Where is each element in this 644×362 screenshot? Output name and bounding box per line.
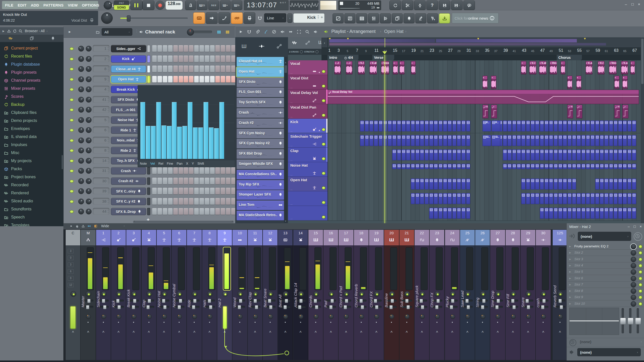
- mini-handle[interactable]: [146, 305, 150, 309]
- audio-clip[interactable]: ▸..l: [334, 61, 341, 74]
- strip-route-arrow[interactable]: ^: [339, 330, 353, 334]
- channel-target-box[interactable]: 31∧ ∨: [93, 167, 109, 174]
- picker-item-sfx-disto[interactable]: SFX Disto: [236, 77, 284, 87]
- delete-tool-icon[interactable]: [272, 30, 276, 34]
- mini-handle[interactable]: [375, 305, 378, 309]
- step-cell[interactable]: [152, 198, 157, 205]
- mixer-strip-C[interactable]: C3036912^: [66, 230, 80, 360]
- strip-route-arrow[interactable]: ^: [111, 330, 126, 334]
- mini-handle[interactable]: [558, 299, 562, 303]
- mini-handle[interactable]: [255, 305, 258, 309]
- step-cell[interactable]: [163, 188, 167, 194]
- pattern-clip[interactable]: [600, 164, 604, 169]
- fx-maximize[interactable]: □: [634, 224, 636, 229]
- pattern-clip[interactable]: [415, 120, 420, 131]
- step-cell[interactable]: [199, 56, 204, 62]
- step-cell[interactable]: [179, 45, 183, 52]
- pattern-clip[interactable]: [526, 120, 530, 131]
- strip-fader[interactable]: [451, 247, 458, 290]
- audio-clip[interactable]: ▸: [622, 76, 627, 89]
- browser-item-plugin-database[interactable]: Plugin database: [0, 61, 63, 68]
- graph-tab-note[interactable]: Note: [140, 162, 147, 165]
- pattern-clip[interactable]: [466, 120, 470, 131]
- browser-item-impulses[interactable]: Impulses: [0, 141, 63, 149]
- pattern-clip[interactable]: [595, 178, 599, 190]
- pattern-clip[interactable]: [411, 135, 415, 146]
- strip-fader[interactable]: [269, 247, 276, 290]
- strip-route-arrow[interactable]: ^: [187, 330, 202, 334]
- audio-clip[interactable]: ▸: [399, 61, 405, 74]
- channel-pan-knob[interactable]: [78, 199, 84, 204]
- automation-clip[interactable]: [576, 105, 582, 118]
- transport-opt-1[interactable]: Ш: [197, 1, 208, 10]
- mini-handle[interactable]: [163, 305, 167, 309]
- strip-sep-knob[interactable]: [329, 314, 334, 319]
- pattern-clip[interactable]: [614, 120, 618, 131]
- pattern-clip[interactable]: [531, 178, 535, 190]
- browser-item-project-bones[interactable]: Project bones: [0, 173, 63, 181]
- pattern-clip[interactable]: [517, 120, 521, 131]
- step-cell[interactable]: [205, 178, 209, 184]
- strip-fader[interactable]: [481, 247, 488, 290]
- step-cell[interactable]: [231, 56, 236, 62]
- step-cell[interactable]: [152, 208, 157, 215]
- pattern-clip[interactable]: [627, 135, 632, 146]
- menu-patterns[interactable]: PATTERNS: [43, 3, 63, 7]
- strip-route-arrow[interactable]: ^: [415, 330, 429, 334]
- pattern-clip[interactable]: [411, 149, 415, 160]
- strip-route-arrow[interactable]: ^: [521, 330, 535, 334]
- step-cell[interactable]: [179, 178, 183, 184]
- pattern-clip[interactable]: [448, 135, 452, 146]
- automation-clip-main[interactable]: Vocal Delay Vol: [328, 90, 639, 104]
- audio-clip[interactable]: ▸: [614, 76, 619, 89]
- channel-select-indicator[interactable]: [147, 76, 150, 83]
- channel-target-box[interactable]: 30∧ ∨: [93, 177, 109, 184]
- audio-clip[interactable]: ▸: [567, 76, 572, 89]
- step-cell[interactable]: [231, 178, 236, 184]
- velocity-bar[interactable]: [140, 102, 145, 159]
- strip-header[interactable]: 125: [553, 230, 567, 245]
- pattern-clip[interactable]: [623, 164, 627, 169]
- browser-item-demo-projects[interactable]: Demo projects: [0, 117, 63, 124]
- pattern-clip[interactable]: [609, 149, 613, 160]
- strip-pan-knob[interactable]: [404, 291, 410, 297]
- pattern-clip[interactable]: [614, 208, 618, 219]
- menu-view[interactable]: VIEW: [68, 3, 78, 7]
- strip-header[interactable]: 24: [445, 230, 460, 245]
- pattern-selector[interactable]: Kick▲ ▼+: [293, 13, 325, 23]
- pattern-clip[interactable]: [526, 149, 530, 160]
- strip-fader[interactable]: [132, 247, 139, 290]
- pattern-clip[interactable]: [425, 120, 429, 131]
- pattern-clip[interactable]: [614, 135, 618, 146]
- rack-speaker-icon[interactable]: [139, 30, 143, 34]
- velocity-bar[interactable]: [156, 102, 161, 159]
- step-cell[interactable]: [184, 66, 188, 72]
- pattern-clip[interactable]: [632, 178, 636, 190]
- channel-enable-led[interactable]: [70, 159, 74, 162]
- strip-route-arrow[interactable]: ^: [506, 330, 520, 334]
- pattern-clip[interactable]: [429, 164, 433, 169]
- step-cell[interactable]: [173, 188, 178, 194]
- browser-scroll-thumb[interactable]: [62, 155, 63, 169]
- pattern-clip[interactable]: [415, 149, 420, 160]
- pattern-clip[interactable]: [521, 178, 526, 190]
- step-cell[interactable]: [215, 56, 220, 62]
- mini-handle[interactable]: [285, 299, 288, 303]
- picker-scrollbar[interactable]: ∧∨: [284, 57, 288, 223]
- channel-enable-led[interactable]: [70, 190, 74, 193]
- channel-target-box[interactable]: 42∧ ∨: [93, 106, 109, 113]
- pattern-clip[interactable]: [544, 164, 549, 169]
- strip-pan-knob[interactable]: [237, 291, 243, 297]
- pattern-clip[interactable]: [517, 149, 521, 160]
- pattern-clip[interactable]: [609, 208, 613, 219]
- step-cell[interactable]: [221, 167, 225, 174]
- step-cell[interactable]: [157, 198, 162, 205]
- mode-audio-icon[interactable]: [292, 40, 297, 45]
- channel-button-sidec-gger[interactable]: Sidec..gger: [111, 45, 146, 52]
- pattern-clip[interactable]: [434, 120, 438, 131]
- transport-opt-4[interactable]: Ш↻: [231, 1, 242, 10]
- pattern-clip[interactable]: [549, 178, 553, 190]
- graph-tab-shift[interactable]: Shift: [197, 162, 204, 165]
- strip-sep-knob[interactable]: [208, 314, 212, 319]
- pattern-clip[interactable]: [627, 149, 632, 160]
